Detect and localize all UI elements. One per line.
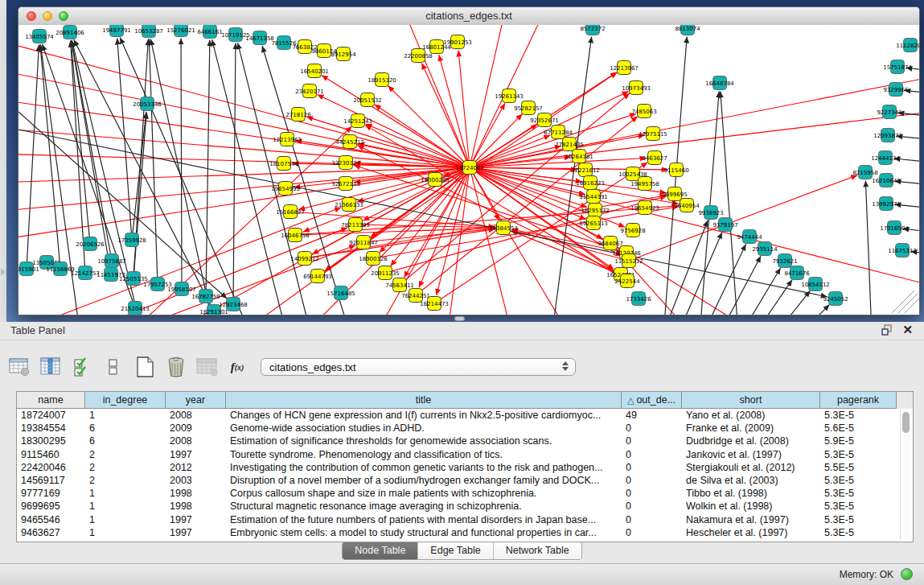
network-canvas[interactable]: 1340557420891406194977911065328715276021… [18,25,919,315]
svg-text:12142757: 12142757 [71,270,100,277]
table-cell: 2 [85,448,166,461]
svg-text:17359928: 17359928 [117,237,146,244]
rows-icon[interactable] [101,355,125,379]
table-row[interactable]: 1872400712008Changes of HCN gene express… [17,409,913,422]
table-cell: Tibbo et al. (1998) [682,487,820,500]
table-cell: 1997 [166,526,226,539]
svg-text:13405574: 13405574 [25,34,54,40]
svg-text:20891406: 20891406 [55,30,84,36]
panel-splitter-handle[interactable] [454,316,465,321]
table-row[interactable]: 911546021997Tourette syndrome. Phenomeno… [17,448,913,461]
table-row[interactable]: 1456911722003Disruption of a novel membe… [17,474,913,487]
svg-text:19901253: 19901253 [443,39,472,46]
svg-text:18300295: 18300295 [421,177,450,183]
svg-text:12213963: 12213963 [273,137,302,143]
table-row[interactable]: 2242004622012Investigating the contribut… [17,461,913,474]
dropdown-stepper-icon [562,361,569,371]
column-header-pagerank[interactable]: pagerank [820,392,897,409]
table-row[interactable]: 946362711997Embryonic stem cells: a mode… [17,526,913,539]
svg-text:10653287: 10653287 [134,28,163,35]
table-cell: 18724007 [17,409,85,422]
delete-file-trash-icon[interactable] [164,355,188,379]
table-cell: 5.3E-5 [820,526,897,539]
select-columns-icon[interactable] [70,355,94,379]
table-row[interactable]: 977716911998Corpus callosum shape and si… [17,487,913,500]
column-header-name[interactable]: name [17,392,85,409]
table-cell: Franke et al. (2009) [682,422,820,435]
column-header-out_de[interactable]: △out_de... [622,392,682,409]
table-row[interactable]: 946554611997Estimation of the future num… [17,513,913,526]
svg-text:21366133: 21366133 [335,202,363,208]
svg-text:11128204: 11128204 [896,43,919,49]
svg-text:69144793: 69144793 [303,274,332,280]
svg-text:9463627: 9463627 [642,155,667,162]
table-cell: 5.3E-5 [820,513,897,526]
table-cell: 1998 [166,500,226,513]
svg-text:9474444: 9474444 [737,234,762,241]
svg-text:19261143: 19261143 [495,93,524,100]
svg-text:13992971: 13992971 [872,201,901,208]
new-file-icon[interactable] [133,355,157,379]
table-cell: Stergiakouli et al. (2012) [682,461,820,474]
table-cell: Wolkin et al. (1998) [682,500,820,513]
svg-text:77821435: 77821435 [555,142,584,148]
network-window-titlebar[interactable]: citations_edges.txt [18,7,919,26]
svg-text:9245052: 9245052 [823,296,848,303]
table-cell: 1 [85,513,166,526]
table-row[interactable]: 969969511998Structural magnetic resonanc… [17,500,913,513]
svg-text:9756928: 9756928 [620,228,645,234]
svg-text:76244251: 76244251 [401,293,430,299]
table-cell: 0 [622,448,682,461]
svg-text:92011847: 92011847 [349,240,378,246]
table-type-tabs: Node TableEdge TableNetwork Table [0,542,924,560]
table-vertical-scrollbar[interactable] [900,410,911,540]
table-select-dropdown[interactable]: citations_edges.txt [261,358,576,376]
column-header-short[interactable]: short [682,392,820,409]
svg-text:15716485: 15716485 [326,290,355,297]
svg-text:9684067: 9684067 [598,241,622,247]
svg-text:16540201: 16540201 [300,68,329,75]
table-cell: Estimation of the future numbers of pati… [226,513,622,526]
svg-text:19654923: 19654923 [630,205,659,212]
tab-network-table[interactable]: Network Table [493,542,581,559]
table-cell: Structural magnetic resonance image aver… [226,500,622,513]
column-header-in_degree[interactable]: in_degree [85,392,166,409]
table-scrollbar-thumb[interactable] [902,412,910,433]
svg-text:16214473: 16214473 [420,301,449,307]
table-row[interactable]: 1830029562008Estimation of significance … [17,435,913,447]
function-builder-icon[interactable]: f(x) [227,355,248,379]
tab-node-table[interactable]: Node Table [343,542,417,559]
svg-text:14251243: 14251243 [343,118,372,125]
table-cell: 5.3E-5 [820,500,897,513]
svg-text:10264181: 10264181 [565,154,593,160]
table-panel-header: Table Panel ✕ [0,322,924,340]
svg-text:1640954: 1640954 [674,203,700,209]
table-panel-title: Table Panel [10,324,65,336]
column-header-title[interactable]: title [226,392,622,409]
float-panel-icon[interactable] [881,324,893,336]
table-settings-icon[interactable] [7,355,31,379]
svg-text:12213967: 12213967 [610,65,639,72]
svg-text:10973493: 10973493 [622,85,651,92]
svg-text:2718126: 2718126 [285,112,311,118]
svg-text:20206526: 20206526 [76,241,105,248]
svg-text:9379197: 9379197 [713,222,737,229]
table-row[interactable]: 1938455462009Genome-wide association stu… [17,422,913,435]
network-desktop: citations_edges.txt 13405574208914061949… [6,0,924,322]
table-select-value: citations_edges.txt [269,361,356,373]
svg-text:12923468: 12923468 [219,302,248,308]
table-cell: 22420046 [17,461,85,474]
svg-text:16648784: 16648784 [705,80,734,87]
svg-text:14099212: 14099212 [290,256,319,262]
table-cell: 0 [622,461,682,474]
tab-edge-table[interactable]: Edge Table [417,542,492,559]
panel-collapse-arrow-icon[interactable] [1,268,6,276]
svg-text:2935114: 2935114 [752,246,778,253]
table-cell: Hescheler et al. (1997) [682,526,820,539]
show-columns-icon[interactable] [39,355,63,379]
column-header-year[interactable]: year [166,392,226,409]
delete-table-disabled-icon [195,355,220,379]
close-panel-icon[interactable]: ✕ [902,324,913,336]
table-cell: Disruption of a novel member of a sodium… [226,474,622,487]
memory-status-label: Memory: OK [840,569,893,580]
